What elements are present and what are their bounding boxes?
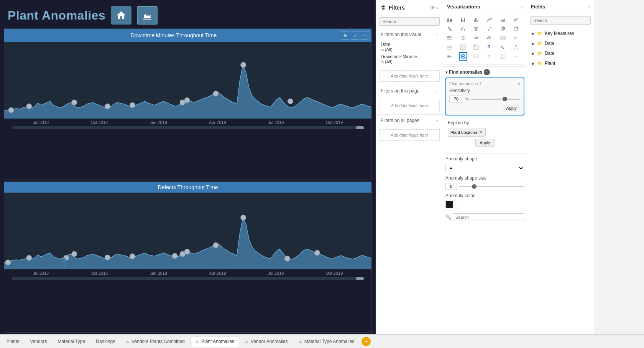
- viz-r[interactable]: R: [485, 43, 494, 51]
- tab-vendor-anomalies-label: Vendor Anomalies: [251, 339, 288, 344]
- filter-page-label: Filters on this page: [381, 88, 419, 94]
- svg-rect-76: [474, 45, 475, 46]
- svg-point-90: [462, 56, 464, 57]
- viz-funnel[interactable]: [472, 25, 480, 33]
- filter-visual-add[interactable]: Add data fields here: [379, 70, 440, 82]
- viz-map[interactable]: [459, 34, 467, 42]
- chart1-scrollbar-thumb[interactable]: [356, 126, 364, 129]
- color-swatch-white[interactable]: [455, 201, 462, 208]
- viz-stacked-bar[interactable]: [445, 15, 454, 24]
- sensitivity-slider[interactable]: [471, 99, 521, 100]
- fields-expand-icon[interactable]: ›: [588, 4, 590, 10]
- viz-py[interactable]: Py: [499, 43, 507, 51]
- add-tab-button[interactable]: +: [361, 337, 371, 346]
- filter-section-visual-header: Filters on this visual ···: [376, 29, 443, 40]
- tab-plants[interactable]: Plants: [2, 336, 24, 347]
- viz-gauge[interactable]: [485, 34, 494, 42]
- explain-apply-button[interactable]: Apply: [475, 139, 495, 147]
- tab-vendors-plants[interactable]: ⚠ Vendors Plants Combined: [121, 336, 190, 347]
- filters-header-actions: 👁 ›: [430, 5, 438, 11]
- viz-title: Visualizations: [447, 4, 480, 10]
- viz-matrix[interactable]: [472, 43, 480, 51]
- viz-decomp-tree[interactable]: [512, 43, 520, 51]
- tab-plants-label: Plants: [7, 339, 19, 344]
- viz-ribbon[interactable]: [445, 25, 454, 33]
- filter-page-more[interactable]: ···: [434, 88, 438, 94]
- factory-icon-btn[interactable]: [137, 6, 158, 25]
- date-label: Date: [545, 51, 554, 56]
- viz-key-influencers[interactable]: [445, 52, 454, 61]
- fields-group-key-measures-item[interactable]: ▶ 📁 Key Measures: [530, 29, 591, 38]
- viz-line[interactable]: [485, 15, 494, 24]
- viz-more-dots[interactable]: ···: [512, 52, 520, 61]
- viz-expand-icon[interactable]: ›: [521, 4, 523, 10]
- viz-card[interactable]: 123: [499, 34, 507, 42]
- filter-visual-more[interactable]: ···: [434, 32, 438, 37]
- filter-all-more[interactable]: ···: [434, 118, 438, 123]
- svg-rect-71: [461, 45, 465, 49]
- svg-rect-48: [461, 28, 462, 31]
- viz-kpi[interactable]: KPI: [512, 34, 520, 42]
- anomaly-config-title-text: Find anomalies 1: [449, 81, 481, 86]
- data-label: Data: [545, 41, 554, 46]
- viz-qna[interactable]: ?: [485, 52, 494, 61]
- viz-anomaly-detect[interactable]: [459, 52, 467, 61]
- fields-group-date-item[interactable]: ▶ 📁 Date: [530, 49, 591, 58]
- viz-combo[interactable]: [512, 15, 520, 24]
- viz-paginated[interactable]: [499, 52, 507, 61]
- filters-chevron-icon[interactable]: ›: [437, 5, 438, 11]
- chart1-more-icon[interactable]: ···: [361, 31, 369, 40]
- chart2-scrollbar[interactable]: [12, 277, 364, 280]
- viz-cluster-bar[interactable]: [459, 15, 467, 24]
- viz-search-input[interactable]: [453, 213, 524, 221]
- filters-search: [379, 17, 440, 26]
- viz-column[interactable]: [472, 15, 480, 24]
- key-measures-chevron: ▶: [532, 31, 535, 36]
- filters-search-input[interactable]: [379, 17, 440, 26]
- size-input[interactable]: [445, 183, 457, 190]
- svg-rect-38: [447, 18, 449, 20]
- svg-rect-39: [450, 19, 452, 22]
- chart1-axis-label-1: Oct 2018: [90, 120, 108, 125]
- filters-eye-icon[interactable]: 👁: [430, 5, 435, 11]
- chart1-focus-icon[interactable]: ⤢: [351, 31, 359, 40]
- home-icon-btn[interactable]: [111, 6, 131, 25]
- viz-filled-map[interactable]: [472, 34, 480, 42]
- anomaly-config-close[interactable]: ✕: [517, 81, 521, 86]
- tab-material-type-anomalies[interactable]: ⚠ Material Type Anomalies: [294, 336, 360, 347]
- chart2-scrollbar-thumb[interactable]: [356, 277, 364, 280]
- chart2-axis-label-2: Jan 2019: [150, 271, 167, 275]
- size-slider[interactable]: [459, 186, 524, 187]
- tab-vendors[interactable]: Vendors: [25, 336, 52, 347]
- tab-vendor-anomalies[interactable]: ⚠ Vendor Anomalies: [240, 336, 293, 347]
- filter-page-add[interactable]: Add data fields here: [379, 100, 440, 111]
- chart1-filter-icon[interactable]: ⊞: [341, 31, 349, 40]
- fields-group-plant-item[interactable]: ▶ 📁 Plant: [530, 59, 591, 68]
- viz-smart-narrative[interactable]: [472, 52, 480, 61]
- viz-area[interactable]: [499, 15, 507, 24]
- color-swatch-dark[interactable]: [445, 201, 453, 208]
- svg-point-28: [130, 254, 135, 259]
- svg-point-57: [515, 28, 517, 30]
- viz-table[interactable]: [459, 43, 467, 51]
- filter-all-add[interactable]: Add data fields here: [379, 129, 440, 141]
- sensitivity-input[interactable]: [449, 96, 463, 102]
- viz-donut[interactable]: [512, 25, 520, 33]
- svg-rect-60: [447, 39, 452, 40]
- fields-search: [530, 16, 591, 25]
- anomaly-shape-select[interactable]: ● ■ ▲ ◆: [445, 164, 524, 172]
- find-anomalies-chevron[interactable]: ▾: [445, 70, 447, 74]
- fields-group-data-item[interactable]: ▶ 📁 Data: [530, 39, 591, 48]
- viz-treemap[interactable]: [445, 34, 454, 42]
- chart1-scrollbar[interactable]: [12, 126, 364, 129]
- viz-scatter[interactable]: [485, 25, 494, 33]
- viz-pie[interactable]: [499, 25, 507, 33]
- explain-tag-close[interactable]: ✕: [479, 129, 483, 135]
- tab-plant-anomalies[interactable]: ⚠ Plant Anomalies: [191, 336, 239, 347]
- apply-button[interactable]: Apply: [502, 105, 521, 112]
- tab-material-type[interactable]: Material Type: [53, 336, 90, 347]
- tab-rankings[interactable]: Rankings: [91, 336, 120, 347]
- fields-search-input[interactable]: [530, 16, 591, 25]
- viz-waterfall[interactable]: [459, 25, 467, 33]
- viz-slicer[interactable]: [445, 43, 454, 51]
